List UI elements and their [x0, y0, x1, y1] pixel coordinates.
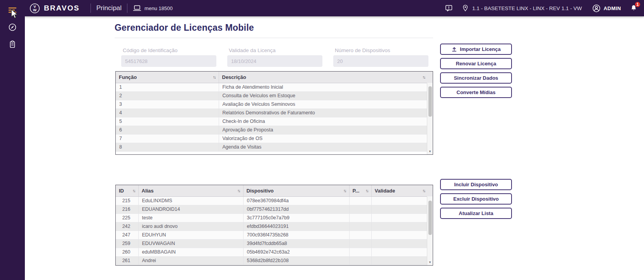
sort-icon[interactable]: ↑↓ [213, 75, 216, 79]
sidebar-explore-button[interactable] [0, 20, 25, 36]
scroll-down-button[interactable]: ▼ [427, 149, 433, 154]
feedback-icon[interactable] [445, 4, 453, 12]
validade-licenca-input[interactable] [227, 55, 322, 67]
main-content: Gerenciador de Licenças Mobile Código de… [25, 16, 644, 280]
license-actions: Importar Licença Renovar Licença Sincron… [440, 44, 512, 101]
incluir-dispositivo-button[interactable]: Incluir Dispositivo [440, 179, 512, 190]
functions-table-header: Função ↑↓ Descrição ↑↓ [116, 72, 433, 83]
functions-table-scrollbar[interactable]: ▼ [427, 83, 433, 154]
location-pin-icon[interactable] [461, 4, 469, 12]
table-row[interactable]: 8Agenda de Visitas [116, 143, 433, 151]
table-row[interactable]: 242icaro audi dnovoefdbd36644023191 [116, 222, 433, 231]
renovar-licenca-button[interactable]: Renovar Licença [440, 58, 512, 69]
user-icon[interactable] [592, 4, 601, 13]
column-header-validade[interactable]: Validade ↑↓ [371, 185, 433, 196]
table-row[interactable]: 3Avaliação de Veículos Seminovos [116, 100, 433, 108]
column-header-dispositivo[interactable]: Dispositivo ↑↓ [243, 185, 349, 196]
hamburger-icon [8, 5, 17, 16]
table-row[interactable]: 216EDUANDROID140bf77574621317dd [116, 205, 433, 214]
table-row[interactable]: 247EDUHYUN700c936f4735b268 [116, 231, 433, 239]
scrollbar-thumb[interactable] [428, 86, 432, 117]
brand-name: BRAVOS [44, 4, 80, 12]
devices-table-header: ID ↑↓ Alias ↑↓ Dispositivo ↑↓ [116, 185, 433, 196]
laptop-icon [133, 4, 141, 12]
clipboard-icon [8, 40, 17, 51]
scrollbar-thumb[interactable] [428, 201, 432, 235]
header-divider [127, 4, 127, 13]
devices-table-scrollbar[interactable]: ▼ [427, 196, 433, 265]
sincronizar-dados-button[interactable]: Sincronizar Dados [440, 72, 512, 84]
validade-licenca-label: Validade da Licença [229, 47, 322, 53]
top-bar: V W BRAVOS Principal menu 18500 [25, 0, 644, 16]
devices-table: ID ↑↓ Alias ↑↓ Dispositivo ↑↓ [115, 185, 433, 266]
column-header-descricao[interactable]: Descrição ↑↓ [219, 72, 433, 83]
sort-icon[interactable]: ↑↓ [366, 188, 368, 193]
table-row[interactable]: 6Aprovação de Proposta [116, 126, 433, 134]
sidebar-tasks-button[interactable] [0, 37, 25, 53]
sort-icon[interactable]: ↑↓ [237, 188, 240, 193]
sort-icon[interactable]: ↑↓ [423, 75, 425, 79]
notification-badge: 1 [635, 2, 641, 7]
sidebar [0, 0, 25, 280]
table-row[interactable]: 5Check-In de Oficina [116, 117, 433, 126]
converte-midias-button[interactable]: Converte Mídias [440, 87, 512, 98]
column-header-funcao[interactable]: Função ↑↓ [116, 72, 219, 83]
excluir-dispositivo-button[interactable]: Excluir Dispositivo [440, 193, 512, 205]
column-header-p[interactable]: P... ↑↓ [349, 185, 371, 196]
sidebar-menu-button[interactable] [0, 3, 25, 19]
sort-icon[interactable]: ↑↓ [423, 188, 425, 193]
field-codigo-identificacao: Código de Identificação [121, 47, 216, 67]
functions-table: Função ↑↓ Descrição ↑↓ 1Ficha de Atendim… [115, 71, 433, 155]
section-title: Principal [96, 4, 122, 12]
environment-label: 1.1 - BASETESTE LINX - LINX - REV 1.1 - … [472, 5, 582, 11]
header-divider [91, 4, 91, 13]
numero-dispositivos-label: Número de Dispositivos [335, 47, 428, 53]
sort-icon[interactable]: ↑↓ [132, 188, 135, 193]
importar-licenca-button[interactable]: Importar Licença [440, 44, 512, 55]
column-header-id[interactable]: ID ↑↓ [116, 185, 138, 196]
table-row[interactable]: 261Andrei5368d2b8fd22b108 [116, 256, 433, 265]
table-row[interactable]: 259EDUVWAGAIN39d4fd7fcddb65a8 [116, 239, 433, 248]
compass-icon [8, 23, 17, 33]
title-divider [115, 38, 433, 38]
table-row[interactable]: 1Ficha de Atendimento Inicial [116, 83, 433, 91]
column-header-alias[interactable]: Alias ↑↓ [138, 185, 243, 196]
table-row[interactable]: 7Valorização de OS [116, 134, 433, 143]
table-row[interactable]: 215EduLINXDMS078ee3670984df4a [116, 196, 433, 205]
atualizar-lista-button[interactable]: Atualizar Lista [440, 208, 512, 219]
codigo-identificacao-input[interactable] [121, 55, 216, 67]
user-name-label: ADMIN [604, 5, 621, 11]
table-row[interactable]: 260eduMBBAGAIN05b4692e742c63a2 [116, 248, 433, 256]
page-title: Gerenciador de Licenças Mobile [115, 23, 254, 33]
menu-code-label: menu 18500 [144, 5, 172, 11]
sort-icon[interactable]: ↑↓ [343, 188, 346, 193]
upload-icon [451, 46, 457, 52]
table-row[interactable]: 2Consulta de Veículos em Estoque [116, 91, 433, 100]
device-actions: Incluir Dispositivo Excluir Dispositivo … [440, 179, 512, 222]
table-row[interactable]: 225teste3c777105c0e7a7b9 [116, 214, 433, 222]
scroll-down-button[interactable]: ▼ [427, 259, 433, 265]
field-validade-licenca: Validade da Licença [227, 47, 322, 67]
field-numero-dispositivos: Número de Dispositivos [333, 47, 428, 67]
vw-logo-icon: V W [30, 3, 40, 14]
codigo-identificacao-label: Código de Identificação [123, 47, 216, 53]
table-row[interactable]: 4Relatórios Demonstrativos de Faturament… [116, 108, 433, 117]
svg-text:W: W [33, 8, 37, 12]
notifications-button[interactable]: 1 [630, 4, 638, 12]
numero-dispositivos-input[interactable] [333, 55, 428, 67]
